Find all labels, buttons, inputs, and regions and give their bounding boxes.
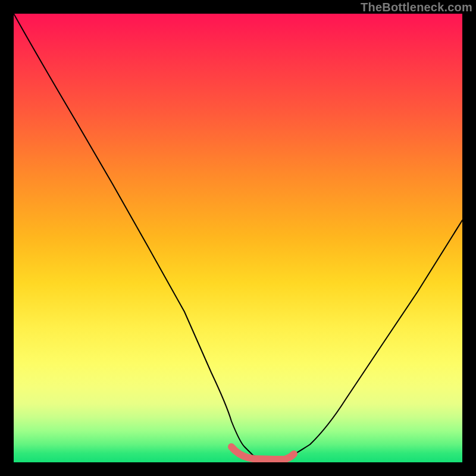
plot-area	[14, 14, 462, 462]
bottleneck-floor-highlight	[231, 447, 294, 459]
bottleneck-curve	[14, 14, 462, 459]
chart-frame: TheBottleneck.com	[0, 0, 476, 476]
curve-layer	[14, 14, 462, 462]
watermark-text: TheBottleneck.com	[361, 1, 472, 14]
